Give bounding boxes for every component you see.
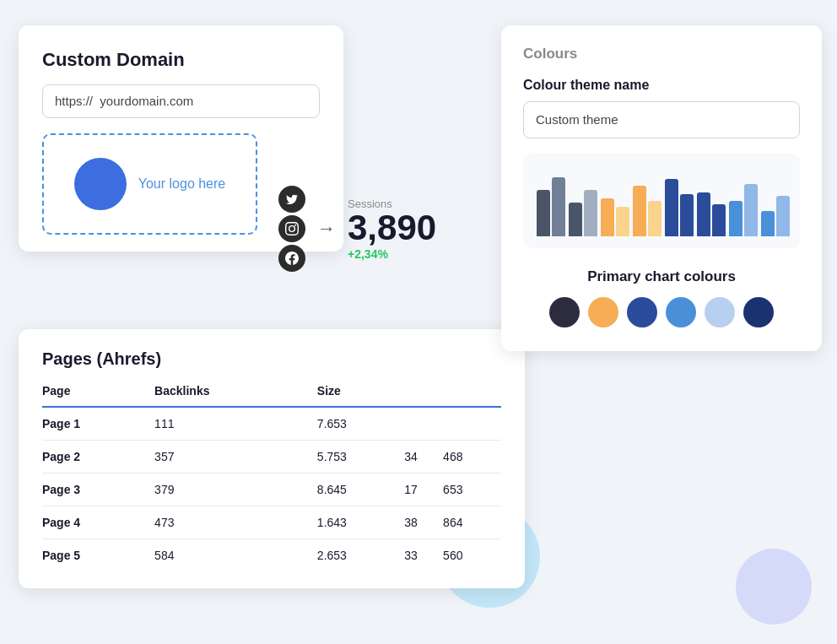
theme-name-input[interactable] [536, 112, 787, 127]
table-cell-page: Page 2 [42, 441, 154, 474]
decorative-blob-purple [736, 549, 812, 625]
colours-card-header: Colours [523, 46, 800, 62]
table-cell-backlinks: 379 [154, 474, 317, 506]
logo-placeholder-text: Your logo here [138, 176, 226, 192]
arrow-right-icon: → [317, 218, 336, 240]
logo-upload-area[interactable]: Your logo here [42, 133, 257, 235]
col-page: Page [42, 384, 154, 407]
table-card: Pages (Ahrefs) Page Backlinks Size Page … [19, 329, 525, 588]
table-cell-col5 [443, 407, 501, 441]
table-cell-col4: 38 [404, 506, 443, 539]
table-cell-page: Page 4 [42, 506, 154, 539]
table-row: Page 11117.653 [42, 407, 501, 441]
bar-group-4 [665, 179, 694, 236]
bar-group-6 [729, 184, 758, 236]
social-icons-group [278, 186, 305, 272]
table-row: Page 23575.75334468 [42, 441, 501, 474]
table-cell-size: 7.653 [317, 407, 404, 441]
chart-area [523, 154, 800, 248]
table-cell-page: Page 3 [42, 474, 154, 506]
colour-dot-navy[interactable] [627, 297, 657, 327]
bar-6-0 [729, 201, 742, 236]
col-size: Size [317, 384, 404, 407]
bar-group-5 [697, 192, 726, 236]
table-cell-page: Page 1 [42, 407, 154, 441]
table-cell-backlinks: 111 [154, 407, 317, 441]
colour-swatches [523, 297, 800, 327]
table-cell-col4: 34 [404, 441, 443, 474]
col-extra2 [443, 384, 501, 407]
table-cell-backlinks: 357 [154, 441, 317, 474]
table-row: Page 55842.65333560 [42, 539, 501, 572]
table-cell-size: 5.753 [317, 441, 404, 474]
sessions-number: 3,890 [348, 210, 436, 246]
table-row: Page 33798.64517653 [42, 474, 501, 506]
theme-input-wrapper[interactable] [523, 101, 800, 138]
col-backlinks: Backlinks [154, 384, 317, 407]
table-cell-col5: 653 [443, 474, 501, 506]
colour-dot-light-blue[interactable] [705, 297, 735, 327]
colour-dot-dark-slate[interactable] [549, 297, 580, 327]
bar-2-0 [601, 198, 614, 236]
bar-5-1 [712, 204, 726, 236]
primary-colours-title: Primary chart colours [523, 268, 800, 285]
table-cell-col4: 33 [404, 539, 443, 572]
bar-7-1 [776, 196, 790, 236]
twitter-icon [278, 186, 305, 213]
colour-dot-dark-navy[interactable] [743, 297, 774, 327]
colour-theme-label: Colour theme name [523, 78, 800, 93]
bar-1-1 [584, 190, 597, 236]
col-extra1 [404, 384, 443, 407]
colour-dot-amber[interactable] [588, 297, 618, 327]
bar-1-0 [569, 203, 582, 236]
bar-3-1 [648, 201, 662, 236]
bar-4-1 [680, 194, 694, 236]
table-cell-size: 8.645 [317, 474, 404, 506]
bar-0-0 [537, 190, 550, 236]
sessions-data: Sessions 3,890 +2,34% [348, 198, 436, 261]
sessions-change: +2,34% [348, 247, 436, 261]
table-cell-col4 [404, 407, 443, 441]
bar-5-0 [697, 192, 710, 236]
table-cell-backlinks: 584 [154, 539, 317, 572]
table-cell-col5: 864 [443, 506, 501, 539]
domain-input[interactable] [55, 94, 307, 108]
table-row: Page 44731.64338864 [42, 506, 501, 539]
domain-input-wrapper[interactable] [42, 84, 320, 118]
pages-table: Page Backlinks Size Page 11117.653Page 2… [42, 384, 501, 571]
table-header-row: Page Backlinks Size [42, 384, 501, 407]
table-cell-size: 2.653 [317, 539, 404, 572]
domain-card-title: Custom Domain [42, 49, 320, 71]
bar-7-0 [761, 211, 775, 236]
bar-group-7 [761, 196, 790, 236]
bar-3-0 [633, 186, 646, 236]
bar-6-1 [744, 184, 758, 236]
bar-chart [537, 169, 786, 236]
table-cell-col5: 468 [443, 441, 501, 474]
bar-4-0 [665, 179, 678, 236]
colours-card: Colours Colour theme name Primary chart … [501, 25, 822, 351]
bar-0-1 [552, 177, 565, 236]
bar-2-1 [616, 207, 629, 236]
logo-circle-icon [74, 158, 127, 210]
bar-group-1 [569, 190, 597, 236]
table-cell-col4: 17 [404, 474, 443, 506]
table-cell-col5: 560 [443, 539, 501, 572]
bar-group-0 [537, 177, 565, 236]
sessions-widget: → Sessions 3,890 +2,34% [278, 186, 436, 272]
table-cell-page: Page 5 [42, 539, 154, 572]
table-title: Pages (Ahrefs) [42, 349, 501, 369]
table-cell-backlinks: 473 [154, 506, 317, 539]
bar-group-3 [633, 186, 662, 236]
colour-dot-blue[interactable] [666, 297, 696, 327]
table-cell-size: 1.643 [317, 506, 404, 539]
facebook-icon [278, 245, 305, 272]
primary-colours-section: Primary chart colours [523, 268, 800, 327]
instagram-icon [278, 215, 305, 242]
bar-group-2 [601, 198, 629, 236]
